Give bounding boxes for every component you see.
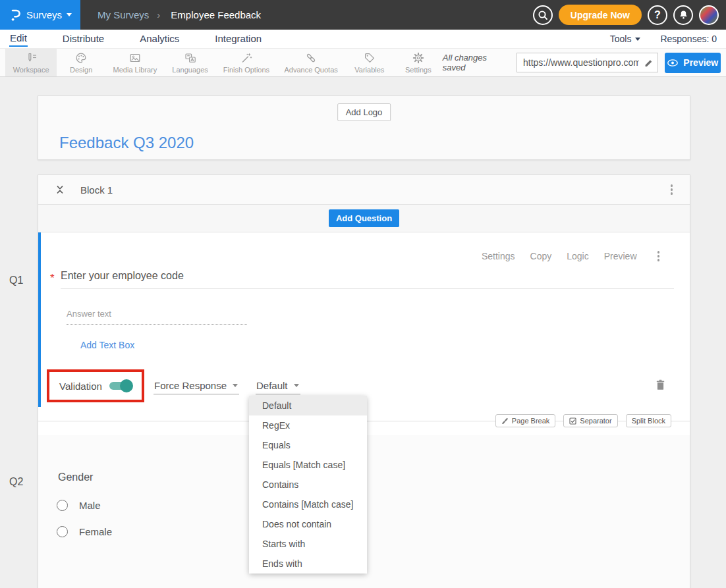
save-status-text: All changes saved [443, 53, 509, 72]
section-tabbar: Edit Distribute Analytics Integration To… [0, 30, 726, 48]
add-logo-button[interactable]: Add Logo [337, 103, 391, 121]
breadcrumb-my-surveys[interactable]: My Surveys [98, 9, 149, 20]
chevron-down-icon [635, 38, 640, 41]
annotation-highlight-box: Validation [47, 369, 144, 402]
toolbar-item-variables[interactable]: Variables [345, 49, 394, 76]
split-block-button[interactable]: Split Block [626, 414, 671, 427]
validation-type-select[interactable]: Default [256, 380, 300, 394]
separator-button[interactable]: Separator [563, 414, 617, 427]
survey-editor-page: Surveys My Surveys › Employee Feedback U… [0, 0, 726, 588]
toolbar-item-workspace[interactable]: Workspace [5, 49, 57, 76]
breadcrumb-chevron-icon: › [157, 9, 160, 20]
toolbar-item-media-library[interactable]: Media Library [105, 49, 164, 76]
upgrade-now-button[interactable]: Upgrade Now [559, 5, 642, 25]
tabbar-right: Tools Responses: 0 [610, 34, 717, 44]
dropdown-option-equals-match-case[interactable]: Equals [Match case] [249, 455, 367, 475]
workspace-icon [24, 51, 38, 65]
notifications-button[interactable] [673, 5, 693, 25]
dropdown-option-does-not-contain[interactable]: Does not contain [249, 514, 367, 534]
translate-icon [184, 51, 197, 65]
edit-pencil-icon[interactable] [643, 57, 654, 68]
question-logic-link[interactable]: Logic [567, 251, 588, 261]
responses-count[interactable]: Responses: 0 [660, 34, 717, 44]
answer-text-field[interactable]: Answer text [67, 309, 247, 325]
block-header: Block 1 [38, 175, 690, 205]
help-button[interactable]: ? [648, 5, 667, 25]
product-label: Surveys [26, 9, 62, 20]
add-question-strip: Add Question [38, 205, 690, 232]
tools-label: Tools [610, 34, 632, 44]
chevron-down-icon [294, 384, 299, 387]
questionpro-logo-icon [9, 8, 22, 22]
validation-toggle[interactable] [109, 382, 132, 390]
chevron-down-icon [67, 13, 72, 16]
force-response-select[interactable]: Force Response [154, 380, 239, 394]
radio-button-icon[interactable] [57, 500, 68, 511]
toolbar-item-languages[interactable]: Languages [165, 49, 216, 76]
add-text-box-link[interactable]: Add Text Box [80, 340, 134, 350]
survey-url-input[interactable] [517, 53, 658, 72]
dropdown-option-regex[interactable]: RegEx [249, 415, 367, 435]
question-mark-icon: ? [654, 9, 661, 21]
question-1-title[interactable]: Enter your employee code [61, 270, 184, 282]
delete-question-button[interactable] [655, 379, 666, 391]
top-header-bar: Surveys My Surveys › Employee Feedback U… [0, 0, 726, 30]
user-avatar[interactable] [699, 5, 719, 25]
breadcrumb: My Surveys › Employee Feedback [98, 9, 261, 20]
chevron-down-icon [233, 384, 238, 387]
question-menu-button[interactable] [654, 248, 664, 264]
question-preview-link[interactable]: Preview [604, 251, 637, 261]
search-button[interactable] [533, 5, 553, 25]
tab-distribute[interactable]: Distribute [62, 32, 105, 46]
bell-icon [678, 9, 689, 20]
header-actions: Upgrade Now ? [533, 5, 726, 25]
toolbar-item-finish-options[interactable]: Finish Options [215, 49, 277, 76]
tab-edit[interactable]: Edit [9, 31, 28, 47]
image-icon [128, 51, 142, 65]
question-1-card[interactable]: Settings Copy Logic Preview * Enter your… [38, 232, 690, 407]
toolbar-item-advance-quotas[interactable]: Advance Quotas [277, 49, 345, 76]
editor-toolbar: Workspace Design Media Library [0, 48, 726, 77]
product-switcher[interactable]: Surveys [0, 0, 80, 30]
dropdown-option-starts-with[interactable]: Starts with [249, 534, 367, 554]
validation-label: Validation [59, 381, 102, 392]
dropdown-option-contains[interactable]: Contains [249, 475, 367, 494]
palette-icon [74, 51, 88, 65]
radio-button-icon[interactable] [57, 526, 68, 537]
survey-title[interactable]: Feedback Q3 2020 [59, 134, 194, 152]
separator-actions: Page Break Separator Split Block [495, 414, 671, 427]
add-question-button[interactable]: Add Question [329, 209, 399, 227]
question-2-title[interactable]: Gender [58, 471, 93, 483]
collapse-block-button[interactable] [55, 184, 65, 195]
collapse-icon [55, 184, 65, 195]
block-menu-button[interactable] [667, 182, 677, 198]
toolbar-item-settings[interactable]: Settings [394, 49, 443, 76]
required-marker: * [50, 272, 55, 285]
radio-option-male[interactable]: Male [57, 500, 101, 511]
search-icon [537, 9, 549, 21]
block-title[interactable]: Block 1 [80, 184, 113, 196]
toolbar-item-design[interactable]: Design [57, 49, 105, 76]
page-break-icon [501, 417, 509, 425]
dropdown-option-contains-match-case[interactable]: Contains [Match case] [249, 494, 367, 514]
dropdown-option-equals[interactable]: Equals [249, 435, 367, 455]
breadcrumb-current: Employee Feedback [171, 9, 261, 20]
tab-integration[interactable]: Integration [214, 32, 262, 46]
question-actions: Settings Copy Logic Preview [482, 248, 663, 264]
question-settings-link[interactable]: Settings [482, 251, 515, 261]
tag-icon [363, 51, 376, 65]
question-copy-link[interactable]: Copy [530, 251, 552, 261]
preview-button[interactable]: Preview [665, 53, 721, 73]
tools-dropdown[interactable]: Tools [610, 34, 641, 44]
radio-option-female[interactable]: Female [57, 526, 112, 537]
dropdown-option-ends-with[interactable]: Ends with [249, 554, 367, 574]
question-title-underline [61, 288, 674, 289]
toolbar-right: All changes saved Preview [443, 49, 726, 76]
question-1-number: Q1 [9, 275, 23, 286]
dropdown-option-default[interactable]: Default [249, 396, 367, 415]
checkbox-icon [569, 417, 576, 425]
tab-analytics[interactable]: Analytics [139, 32, 180, 46]
validation-type-dropdown-menu: Default RegEx Equals Equals [Match case]… [249, 396, 367, 574]
magic-wand-icon [240, 51, 253, 65]
page-break-button[interactable]: Page Break [495, 414, 555, 427]
